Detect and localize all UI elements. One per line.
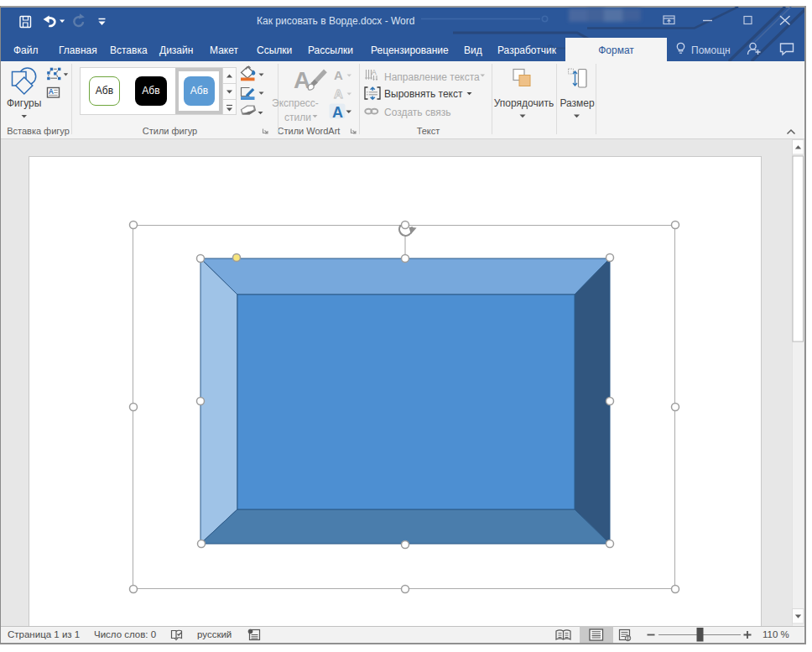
svg-text:A: A: [49, 87, 54, 96]
svg-text:А: А: [372, 68, 377, 76]
svg-text:А: А: [334, 86, 343, 101]
svg-text:А: А: [334, 68, 343, 82]
svg-text:А: А: [332, 104, 343, 121]
